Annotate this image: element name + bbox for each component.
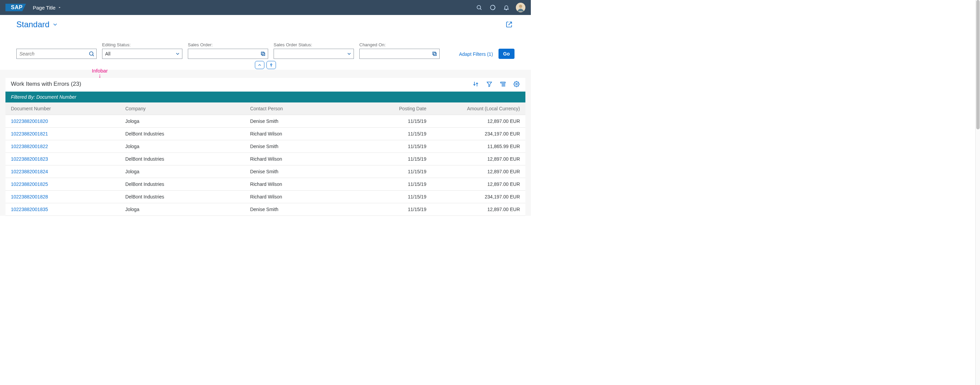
adapt-filters-link[interactable]: Adapt Filters (1) (459, 51, 493, 59)
sales-order-input[interactable] (188, 49, 268, 59)
header-collapse-row (0, 63, 531, 70)
cell-amount: 12,897.00 EUR (432, 178, 525, 191)
cell-contact: Richard Wilson (245, 128, 359, 140)
cell-company: Jologa (120, 115, 245, 128)
svg-line-6 (92, 55, 94, 56)
cell-contact: Denise Smith (245, 165, 359, 178)
content-area: Infobar ↓ Work Items with Errors (23) (0, 70, 531, 216)
cell-company: DelBont Industries (120, 153, 245, 165)
doc-link[interactable]: 10223882001828 (11, 194, 48, 199)
doc-link[interactable]: 10223882001835 (11, 207, 48, 212)
table-container: Work Items with Errors (23) Filtered By:… (5, 78, 525, 216)
page-title-text: Page Title (33, 5, 56, 11)
sort-button[interactable] (472, 81, 479, 88)
bell-icon[interactable] (500, 2, 512, 14)
value-help-button[interactable] (430, 49, 439, 59)
search-icon[interactable] (473, 2, 485, 14)
group-button[interactable] (500, 81, 506, 88)
cell-contact: Richard Wilson (245, 178, 359, 191)
doc-link[interactable]: 10223882001824 (11, 169, 48, 174)
arrow-down-icon: ↓ (92, 73, 108, 78)
user-avatar[interactable] (516, 3, 525, 12)
cell-amount: 12,897.00 EUR (432, 165, 525, 178)
table-row[interactable]: 10223882001828 DelBont Industries Richar… (5, 191, 525, 203)
cell-contact: Richard Wilson (245, 153, 359, 165)
cell-amount: 234,197.00 EUR (432, 191, 525, 203)
value-help-button[interactable] (258, 49, 268, 59)
cell-contact: Denise Smith (245, 140, 359, 153)
filter-bar: Editing Status: All Sales Order: Sales O… (16, 42, 514, 63)
cell-company: Jologa (120, 140, 245, 153)
cell-amount: 12,897.00 EUR (432, 115, 525, 128)
settings-button[interactable] (513, 81, 520, 88)
doc-link[interactable]: 10223882001820 (11, 118, 48, 124)
cell-company: DelBont Industries (120, 191, 245, 203)
variant-selector[interactable]: Standard (16, 20, 58, 29)
cell-date: 11/15/19 (359, 165, 432, 178)
sap-logo: SAP (5, 4, 26, 11)
col-amount[interactable]: Amount (Local Currency) (432, 102, 525, 115)
table-row[interactable]: 10223882001835 Jologa Denise Smith 11/15… (5, 203, 525, 216)
col-company[interactable]: Company (120, 102, 245, 115)
chevron-down-icon (347, 51, 352, 57)
table-row[interactable]: 10223882001825 DelBont Industries Richar… (5, 178, 525, 191)
svg-rect-9 (433, 52, 436, 55)
cell-date: 11/15/19 (359, 153, 432, 165)
cell-amount: 12,897.00 EUR (432, 203, 525, 216)
cell-date: 11/15/19 (359, 128, 432, 140)
data-table: Document Number Company Contact Person P… (5, 102, 525, 216)
copilot-icon[interactable] (487, 2, 499, 14)
col-date[interactable]: Posting Date (359, 102, 432, 115)
editing-status-value: All (102, 49, 182, 59)
table-row[interactable]: 10223882001823 DelBont Industries Richar… (5, 153, 525, 165)
cell-date: 11/15/19 (359, 115, 432, 128)
svg-rect-12 (501, 82, 505, 83)
annotation-infobar: Infobar ↓ (92, 68, 108, 78)
cell-date: 11/15/19 (359, 191, 432, 203)
table-row[interactable]: 10223882001820 Jologa Denise Smith 11/15… (5, 115, 525, 128)
collapse-header-button[interactable] (255, 61, 264, 69)
filter-button[interactable] (486, 81, 493, 88)
search-input[interactable] (16, 49, 97, 59)
svg-point-4 (519, 5, 522, 8)
sales-order-status-label: Sales Order Status: (274, 42, 354, 47)
table-row[interactable]: 10223882001821 DelBont Industries Richar… (5, 128, 525, 140)
cell-contact: Richard Wilson (245, 191, 359, 203)
chevron-down-icon (175, 51, 180, 57)
doc-link[interactable]: 10223882001823 (11, 156, 48, 162)
cell-date: 11/15/19 (359, 178, 432, 191)
cell-amount: 234,197.00 EUR (432, 128, 525, 140)
share-button[interactable] (504, 19, 514, 30)
table-row[interactable]: 10223882001822 Jologa Denise Smith 11/15… (5, 140, 525, 153)
editing-status-label: Editing Status: (102, 42, 182, 47)
go-button[interactable]: Go (498, 49, 514, 59)
changed-on-label: Changed On: (360, 42, 440, 47)
cell-company: Jologa (120, 165, 245, 178)
chevron-down-icon (57, 5, 62, 10)
svg-rect-7 (261, 52, 264, 55)
pin-header-button[interactable] (266, 61, 276, 69)
cell-date: 11/15/19 (359, 140, 432, 153)
cell-amount: 11,865.99 EUR (432, 140, 525, 153)
doc-link[interactable]: 10223882001821 (11, 131, 48, 137)
cell-contact: Denise Smith (245, 203, 359, 216)
page-header: Standard Editing Status: All Sales Order… (0, 15, 531, 63)
sales-order-label: Sales Order: (188, 42, 268, 47)
doc-link[interactable]: 10223882001822 (11, 144, 48, 149)
col-contact[interactable]: Contact Person (245, 102, 359, 115)
doc-link[interactable]: 10223882001825 (11, 181, 48, 187)
editing-status-select[interactable]: All (102, 49, 182, 59)
table-header-row: Document Number Company Contact Person P… (5, 102, 525, 115)
chevron-down-icon (52, 21, 58, 27)
search-icon (89, 51, 95, 57)
svg-point-5 (89, 52, 93, 56)
table-infobar[interactable]: Filtered By: Document Number (5, 92, 525, 102)
sales-order-status-select[interactable] (274, 49, 354, 59)
col-doc[interactable]: Document Number (5, 102, 120, 115)
table-row[interactable]: 10223882001824 Jologa Denise Smith 11/15… (5, 165, 525, 178)
search-field[interactable] (16, 49, 97, 59)
shell-page-title[interactable]: Page Title (33, 5, 62, 11)
changed-on-input[interactable] (360, 49, 440, 59)
cell-amount: 12,897.00 EUR (432, 153, 525, 165)
cell-contact: Denise Smith (245, 115, 359, 128)
